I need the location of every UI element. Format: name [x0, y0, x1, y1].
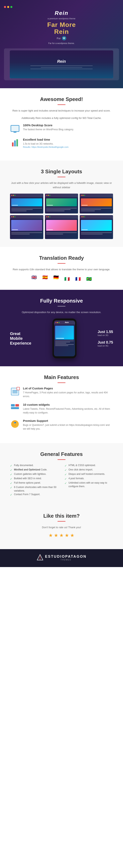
dot-yellow: [7, 6, 9, 8]
main-features-section: Main Features Lot of Custom Pages 7 Home…: [0, 366, 123, 443]
hero-section: Rein a premium wordpress theme Far More …: [0, 0, 123, 88]
lp-dot-g-4: [15, 216, 16, 217]
bar1: [12, 143, 14, 146]
check-icon-2: ✓: [10, 468, 13, 472]
lp-dot-r-5: [46, 216, 47, 217]
lp-content-5: [45, 219, 78, 239]
main-features-divider: [57, 382, 66, 383]
main-feature1-desc: 7 HomePages, 3 Post styles and custom pa…: [23, 391, 113, 398]
check-icon-4: ✓: [10, 477, 13, 481]
lp-image-4: [11, 220, 42, 231]
layout-preview-4: [10, 215, 43, 239]
lp-dot-r-1: [11, 195, 12, 196]
star-4: ★: [65, 533, 69, 538]
hero-logo: Rein: [4, 10, 119, 16]
speed-section: Awesome Speed! Rein is super light and i…: [0, 88, 123, 160]
main-feature1-title: Lot of Custom Pages: [23, 386, 113, 390]
feature2-link[interactable]: Results: https://testmysite.thinkwithgoo…: [23, 146, 69, 148]
layout-inner-1: [10, 194, 43, 214]
flag-it: 🇮🇹: [63, 276, 71, 282]
layout-preview-1: [10, 194, 43, 214]
responsive-section: Fully Responsive Optimized disposition f…: [0, 290, 123, 366]
check-icon-1: ✓: [10, 464, 13, 468]
general-features-grid: ✓ Fully documented. ✓ Minified and Optim…: [10, 463, 113, 497]
layouts-grid: [10, 194, 113, 214]
support-icon: 🏅: [11, 420, 19, 428]
layouts-text: Just with a few click your articles will…: [10, 181, 113, 190]
lp-line-4a: [11, 232, 42, 233]
phone-line-2: [55, 342, 70, 342]
flag-fr: 🇫🇷: [74, 276, 82, 282]
main-feature2-title: 10 custom widgets: [23, 403, 113, 406]
phone-screen-image: [55, 326, 74, 340]
lp-header-2: [45, 194, 78, 197]
phone-screen-logo: Rein: [60, 321, 73, 323]
speed-title: Awesome Speed!: [10, 96, 113, 102]
layouts-section: 3 Single Layouts Just with a few click y…: [0, 160, 123, 247]
hero-preview-inner: Rein: [10, 51, 113, 78]
lp-header-4: [10, 215, 43, 219]
responsive-mobile-row: Great Mobile Experience Rein: [10, 318, 113, 358]
lp-dot-y-4: [13, 216, 14, 217]
check-icon-r3: ✓: [65, 472, 67, 476]
gen-item-r3-text: Disqus and self hosted comments.: [69, 472, 105, 476]
speed-feature-1: 100% Desktop Score The fastest theme on …: [10, 123, 113, 133]
estudio-logo-icon: [36, 554, 44, 561]
speed-3g-desc: load on 3G: [98, 334, 113, 336]
lp-dot-r-4: [11, 216, 12, 217]
main-feature3-title: Premium Support: [23, 419, 113, 423]
widgets-icon-box: [10, 403, 20, 413]
lp-dot-y-3: [82, 195, 83, 196]
lp-dot-g-2: [49, 195, 50, 196]
responsive-title: Fully Responsive: [10, 298, 113, 304]
lp-image-6: [81, 220, 112, 231]
layout-preview-2: [45, 194, 78, 214]
main-feature-2: 10 custom widgets Latest Tweets, Flickr,…: [10, 403, 113, 415]
window-dots: [4, 6, 119, 8]
main-feature-1: Lot of Custom Pages 7 HomePages, 3 Post …: [10, 386, 113, 398]
lp-header-6: [80, 215, 113, 219]
star-5: ★: [70, 533, 74, 538]
dot-green: [10, 6, 13, 8]
lp-header-5: [45, 215, 78, 219]
layout-inner-4: [10, 215, 43, 239]
lp-dot-g-6: [84, 216, 85, 217]
gen-item-r1: ✓ HTML & CSS3 optimized.: [65, 463, 113, 468]
lp-line-6b: [81, 234, 102, 235]
gen-item-r4-text: 4 post formats.: [69, 476, 84, 480]
speed-feature-2: Excellent load time 1.5s to load on 3G n…: [10, 138, 113, 148]
lp-image-3: [81, 198, 112, 206]
footer-brand-name: ESTUDIOPATAGON: [45, 555, 87, 559]
lp-line-3a: [81, 208, 112, 209]
hero-for-wp: For W: [4, 36, 119, 40]
lp-line-2a: [46, 208, 77, 209]
like-divider: [57, 521, 66, 522]
gen-item-7: ✓ Contact Form 7 Support.: [10, 493, 58, 497]
gen-item-r1-text: HTML & CSS3 optimized.: [69, 463, 96, 467]
phone-screen-header: Rein: [54, 320, 75, 324]
lp-dot-r-2: [46, 195, 47, 196]
lp-dot-g-1: [15, 195, 16, 196]
support-icon-box: 🏅: [10, 419, 20, 429]
hero-title-line1: Far More: [47, 21, 76, 28]
phone-dot-y: [57, 322, 58, 323]
gen-item-r2: ✓ One click demo import.: [65, 468, 113, 472]
speed-divider: [57, 104, 66, 105]
gen-item-3: ✓ Custom galleries with lightbox.: [10, 472, 58, 476]
general-features-right: ✓ HTML & CSS3 optimized. ✓ One click dem…: [65, 463, 113, 497]
layouts-divider: [57, 177, 66, 177]
check-icon-6: ✓: [10, 486, 13, 490]
speed-4g-desc: load on 4G: [98, 345, 113, 347]
star-1: ★: [49, 533, 53, 538]
hero-title-line2: Rein: [54, 28, 69, 35]
lp-dot-y-6: [82, 216, 83, 217]
gen-item-r5: ✓ Unlimited colors with an easy way to c…: [65, 481, 113, 488]
gen-item-3-text: Custom galleries with lightbox.: [14, 472, 46, 476]
general-features-divider: [57, 459, 66, 460]
gen-item-6-text: 6 Custom shortcodes with more than 50 va…: [14, 486, 58, 493]
pages-icon: [11, 388, 19, 395]
lp-dot-g-3: [84, 195, 85, 196]
main-feature-2-content: 10 custom widgets Latest Tweets, Flickr,…: [23, 403, 113, 415]
footer-brand-sub: THEMES: [45, 559, 87, 561]
lp-image-5: [46, 220, 77, 231]
